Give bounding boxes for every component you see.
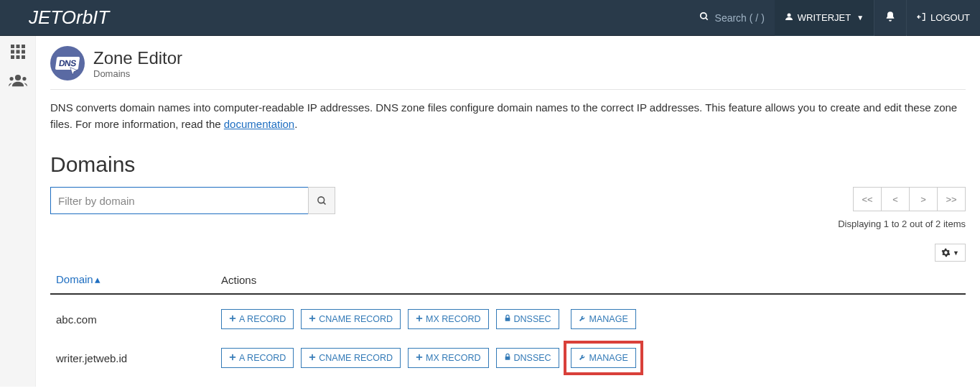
dnssec-button[interactable]: DNSSEC: [496, 309, 559, 329]
caret-down-icon: ▼: [857, 14, 864, 22]
page-title: Zone Editor: [93, 48, 182, 68]
cname-record-button[interactable]: CNAME RECORD: [301, 348, 401, 368]
page-prev-button[interactable]: <: [881, 187, 910, 211]
filter-search-button[interactable]: [308, 187, 335, 214]
column-header-domain[interactable]: Domain▴: [50, 266, 215, 294]
users-icon[interactable]: [6, 72, 29, 89]
btn-label: MX RECORD: [426, 353, 480, 363]
svg-rect-26: [230, 356, 235, 358]
plus-icon: [416, 353, 423, 363]
mx-record-button[interactable]: MX RECORD: [408, 309, 488, 329]
plus-icon: [309, 314, 316, 324]
brand-logo[interactable]: JETOrbIT: [0, 0, 172, 36]
domain-cell: abc.com: [50, 294, 215, 338]
svg-rect-12: [22, 55, 25, 59]
domains-heading: Domains: [50, 152, 966, 177]
plus-icon: [229, 353, 236, 363]
svg-rect-11: [16, 55, 19, 59]
pagination: << < > >>: [853, 187, 966, 211]
domains-table: Domain▴ Actions abc.comA RECORDCNAME REC…: [50, 266, 966, 372]
svg-point-14: [9, 77, 13, 80]
actions-cell: A RECORDCNAME RECORDMX RECORDDNSSECMANAG…: [215, 338, 966, 372]
actions-cell: A RECORDCNAME RECORDMX RECORDDNSSECMANAG…: [215, 294, 966, 338]
svg-rect-19: [230, 318, 235, 319]
page-last-button[interactable]: >>: [937, 187, 966, 211]
svg-rect-31: [505, 356, 510, 360]
svg-rect-21: [309, 318, 315, 319]
domain-cell: writer.jetweb.id: [50, 338, 215, 372]
svg-rect-30: [416, 356, 422, 358]
user-label: WRITERJET: [798, 12, 851, 23]
search-icon: [317, 196, 327, 206]
filter-input[interactable]: [50, 187, 309, 214]
cname-record-button[interactable]: CNAME RECORD: [301, 309, 401, 329]
gear-icon: [941, 248, 951, 257]
a-record-button[interactable]: A RECORD: [221, 348, 294, 368]
caret-down-icon: ▼: [953, 249, 959, 257]
dns-icon: DNS: [50, 46, 85, 80]
btn-label: CNAME RECORD: [319, 314, 393, 324]
column-domain-label: Domain: [56, 273, 93, 285]
notifications-button[interactable]: [874, 0, 906, 36]
lock-icon: [504, 353, 511, 363]
svg-text:JETOrbIT: JETOrbIT: [29, 9, 111, 27]
sort-asc-icon: ▴: [95, 273, 101, 285]
btn-label: CNAME RECORD: [319, 353, 393, 363]
svg-rect-6: [22, 45, 25, 48]
dnssec-button[interactable]: DNSSEC: [496, 348, 559, 368]
brand-svg: JETOrbIT: [29, 9, 172, 27]
svg-rect-23: [416, 318, 422, 319]
svg-line-2: [705, 18, 707, 20]
table-settings-button[interactable]: ▼: [935, 244, 966, 262]
svg-point-3: [787, 14, 790, 17]
svg-rect-5: [16, 45, 19, 48]
bell-icon: [885, 11, 896, 24]
wrench-icon: [579, 353, 587, 363]
btn-label: A RECORD: [239, 353, 286, 363]
intro-body: DNS converts domain names into computer-…: [50, 101, 957, 130]
search-icon: [699, 12, 709, 24]
page-first-button[interactable]: <<: [853, 187, 882, 211]
manage-wrap: MANAGE: [566, 305, 640, 334]
btn-label: DNSSEC: [514, 353, 551, 363]
btn-label: MANAGE: [589, 353, 628, 363]
svg-rect-10: [11, 55, 14, 59]
intro-suffix: .: [294, 118, 297, 130]
logout-label: LOGOUT: [930, 12, 970, 23]
mx-record-button[interactable]: MX RECORD: [408, 348, 488, 368]
apps-grid-icon[interactable]: [6, 43, 29, 60]
manage-button[interactable]: MANAGE: [571, 348, 636, 368]
wrench-icon: [579, 314, 587, 324]
svg-point-15: [22, 77, 26, 80]
page-category: Domains: [93, 68, 182, 79]
svg-rect-4: [11, 45, 14, 48]
logout-button[interactable]: LOGOUT: [906, 0, 980, 36]
manage-button[interactable]: MANAGE: [571, 309, 636, 329]
sidebar: [0, 36, 36, 387]
a-record-button[interactable]: A RECORD: [221, 309, 294, 329]
pager-status: Displaying 1 to 2 out of 2 items: [838, 218, 966, 229]
global-search[interactable]: Search ( / ): [699, 12, 765, 24]
svg-rect-9: [22, 50, 25, 54]
svg-rect-28: [309, 356, 315, 358]
lock-icon: [504, 314, 511, 324]
svg-point-1: [700, 13, 706, 19]
user-menu[interactable]: WRITERJET ▼: [775, 0, 874, 36]
btn-label: A RECORD: [239, 314, 286, 324]
svg-rect-8: [16, 50, 19, 54]
btn-label: MANAGE: [589, 314, 628, 324]
plus-icon: [309, 353, 316, 363]
btn-label: DNSSEC: [514, 314, 551, 324]
column-header-actions: Actions: [215, 266, 966, 294]
documentation-link[interactable]: documentation: [224, 118, 294, 130]
logout-icon: [917, 12, 926, 24]
user-icon: [785, 12, 793, 23]
manage-wrap: MANAGE: [564, 341, 643, 375]
table-row: abc.comA RECORDCNAME RECORDMX RECORDDNSS…: [50, 294, 966, 338]
svg-rect-7: [11, 50, 14, 54]
table-row: writer.jetweb.idA RECORDCNAME RECORDMX R…: [50, 338, 966, 372]
btn-label: MX RECORD: [426, 314, 480, 324]
svg-line-17: [323, 202, 325, 204]
intro-text: DNS converts domain names into computer-…: [50, 100, 966, 132]
page-next-button[interactable]: >: [909, 187, 938, 211]
